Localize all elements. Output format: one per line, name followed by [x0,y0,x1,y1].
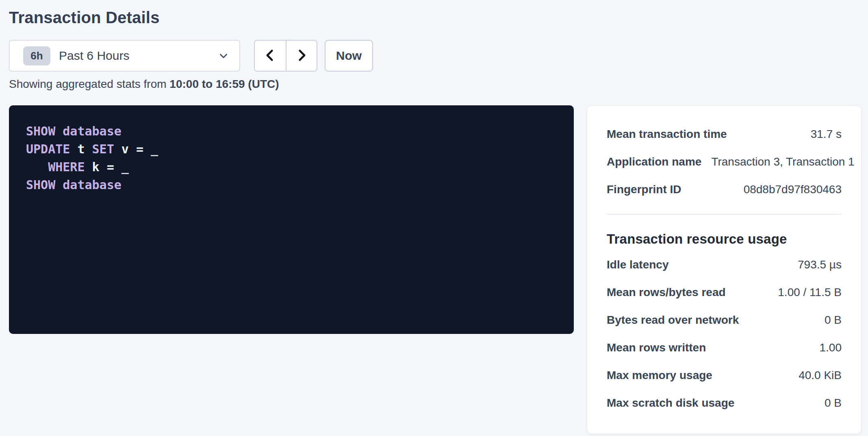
stat-row: Application nameTransaction 3, Transacti… [607,148,842,176]
time-range-label: Past 6 Hours [59,49,217,63]
code-line: SHOW database [26,122,557,140]
code-token-plain [55,178,63,192]
caption-prefix: Showing aggregated stats from [9,78,169,90]
stat-label: Max memory usage [607,369,722,382]
code-line: WHERE k = _ [26,158,557,176]
stat-label: Max scratch disk usage [607,397,744,410]
code-token-keyword: WHERE [48,160,85,174]
code-token-keyword: database [63,178,122,192]
stat-label: Bytes read over network [607,314,749,327]
code-token-keyword: database [63,124,122,138]
stat-row: Mean rows/bytes read1.00 / 11.5 B [607,279,842,306]
code-token-keyword: SHOW [26,178,55,192]
now-button[interactable]: Now [325,40,373,72]
panel-divider [607,214,842,215]
stat-row: Idle latency793.5 µs [607,251,842,279]
aggregated-stats-caption: Showing aggregated stats from 10:00 to 1… [9,78,861,91]
code-token-plain [26,160,48,174]
time-step-button-group [254,40,317,72]
code-token-keyword: SET [92,142,114,156]
code-line: SHOW database [26,176,557,194]
stat-label: Idle latency [607,258,679,271]
time-range-badge: 6h [23,46,50,65]
stat-label: Fingerprint ID [607,183,691,196]
resource-usage-heading: Transaction resource usage [607,231,842,247]
time-range-dropdown[interactable]: 6h Past 6 Hours [9,40,240,72]
code-token-ident: k [85,160,107,174]
code-token-placeholder: _ [151,142,158,156]
transaction-details-page: Transaction Details 6h Past 6 Hours [0,0,868,436]
stat-label: Mean rows/bytes read [607,286,736,299]
code-token-ident: v [114,142,136,156]
stat-row: Max scratch disk usage0 B [607,389,842,417]
stat-value: 1.00 / 11.5 B [778,286,842,299]
details-content: SHOW databaseUPDATE t SET v = _ WHERE k … [9,105,861,434]
code-token-ident: = [136,142,151,156]
page-title: Transaction Details [9,8,861,27]
time-toolbar: 6h Past 6 Hours [9,40,861,72]
code-token-plain [55,124,63,138]
stat-label: Mean transaction time [607,128,737,141]
stat-value: 793.5 µs [798,258,842,271]
stat-row: Fingerprint ID08d8b7d97f830463 [607,176,842,203]
transaction-summary-card: Mean transaction time31.7 sApplication n… [587,105,861,434]
stat-row: Mean transaction time31.7 s [607,120,842,148]
next-time-button[interactable] [286,41,317,71]
stat-label: Application name [607,155,711,168]
resource-usage-stats: Idle latency793.5 µsMean rows/bytes read… [607,251,842,417]
stat-row: Mean rows written1.00 [607,334,842,362]
code-token-ident: = [107,160,122,174]
stat-value: Transaction 3, Transaction 1 [711,155,854,168]
stat-value: 08d8b7d97f830463 [744,183,842,196]
stat-row: Bytes read over network0 B [607,306,842,334]
code-line: UPDATE t SET v = _ [26,140,557,158]
stat-row: Max memory usage40.0 KiB [607,362,842,389]
caption-time-range: 10:00 to 16:59 (UTC) [169,78,279,90]
chevron-left-icon [263,48,277,64]
stat-value: 1.00 [820,341,842,354]
stat-value: 0 B [825,397,842,410]
code-token-keyword: SHOW [26,124,55,138]
summary-stats: Mean transaction time31.7 sApplication n… [607,120,842,203]
code-token-keyword: UPDATE [26,142,70,156]
stat-value: 40.0 KiB [799,369,842,382]
stat-value: 0 B [825,314,842,327]
stat-value: 31.7 s [811,128,842,141]
previous-time-button[interactable] [255,41,286,71]
code-token-ident: t [70,142,92,156]
chevron-right-icon [295,48,308,64]
sql-statement-box: SHOW databaseUPDATE t SET v = _ WHERE k … [9,105,574,334]
chevron-down-icon [217,50,230,62]
code-token-placeholder: _ [122,160,129,174]
stat-label: Mean rows written [607,341,716,354]
